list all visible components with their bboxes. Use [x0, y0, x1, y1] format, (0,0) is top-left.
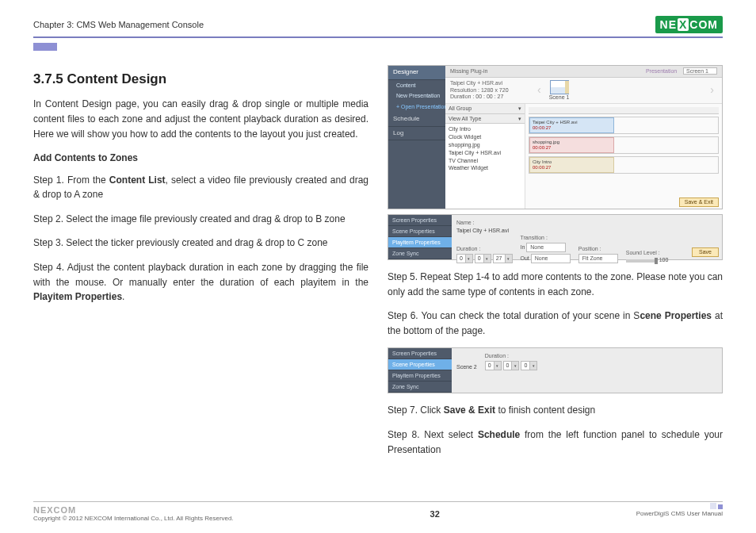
tab-screen-properties[interactable]: Screen Properties	[388, 215, 452, 226]
tab-playitem-properties[interactable]: Playitem Properties	[388, 370, 452, 382]
brand-mid: X	[678, 18, 689, 31]
step-8: Step 8. Next select Schedule from the le…	[388, 428, 723, 457]
duration-second[interactable]: 0▾	[521, 361, 537, 370]
transition-out-select[interactable]: None	[531, 254, 571, 263]
list-item[interactable]: City Intro	[449, 125, 521, 133]
scene-thumbnail[interactable]	[550, 80, 569, 94]
nav-open-presentation[interactable]: + Open Presentation	[388, 102, 445, 113]
transition-in-label: In	[521, 244, 525, 250]
nav-log[interactable]: Log	[388, 127, 445, 141]
content-list[interactable]: City Intro Clock Widget shopping.jpg Tai…	[445, 124, 525, 209]
next-scene-arrow[interactable]: ›	[707, 84, 717, 96]
nav-schedule[interactable]: Schedule	[388, 113, 445, 127]
duration-label: Duration :	[485, 353, 538, 359]
screenshot-scene-properties: Screen Properties Scene Properties Playi…	[388, 347, 723, 393]
list-item[interactable]: Weather Widget	[449, 164, 521, 172]
zone-a-track[interactable]: Taipei City + HSR.avi 00:00:27	[529, 117, 719, 134]
brand-logo: NEXCOM	[655, 16, 723, 33]
brand-pre: NE	[660, 18, 677, 31]
tab-playitem-properties[interactable]: Playitem Properties	[388, 237, 452, 248]
transition-label: Transition :	[521, 235, 571, 241]
sound-value: 100	[659, 257, 669, 263]
screen-select[interactable]: Screen 1	[683, 67, 717, 75]
nav-panel: Designer Content New Presentation + Open…	[388, 66, 445, 209]
tab-zone-sync[interactable]: Zone Sync	[388, 248, 452, 259]
page-number: 32	[430, 509, 440, 519]
duration-minute[interactable]: 0▾	[503, 361, 520, 370]
step-2: Step 2. Select the image file previously…	[33, 212, 368, 227]
section-heading: 3.7.5 Content Design	[33, 71, 368, 87]
duration-label: Duration :	[456, 246, 513, 252]
step-4: Step 4. Adjust the content playback dura…	[33, 260, 368, 305]
subsection-heading: Add Contents to Zones	[33, 152, 368, 163]
list-item[interactable]: Taipei City + HSR.avi	[449, 149, 521, 157]
nav-new-presentation[interactable]: New Presentation	[388, 90, 445, 102]
prev-scene-arrow[interactable]: ‹	[534, 84, 544, 96]
timeline-ruler	[529, 107, 719, 114]
tab-scene-properties[interactable]: Scene Properties	[388, 359, 452, 370]
list-item[interactable]: shopping.jpg	[449, 141, 521, 149]
type-dropdown[interactable]: View All Type▾	[445, 114, 525, 125]
footer-logo: NEXCOM	[33, 505, 234, 515]
manual-title: PowerDigiS CMS User Manual	[636, 510, 723, 517]
clip-image[interactable]: shopping.jpg 00:00:27	[529, 137, 614, 153]
tab-zone-sync[interactable]: Zone Sync	[388, 382, 452, 393]
preview-info: Taipei City + HSR.avi Resolution : 1280 …	[450, 80, 529, 100]
screenshot-content-design: Designer Content New Presentation + Open…	[388, 65, 723, 209]
position-label: Position :	[578, 246, 618, 252]
copyright: Copyright © 2012 NEXCOM International Co…	[33, 515, 234, 522]
list-item[interactable]: TV Channel	[449, 157, 521, 165]
duration-hour[interactable]: 0▾	[456, 254, 473, 263]
brand-post: COM	[689, 18, 718, 31]
save-exit-button[interactable]: Save & Exit	[679, 197, 719, 207]
name-value: Taipei City + HSR.avi	[456, 228, 509, 234]
duration-second[interactable]: 27▾	[493, 254, 513, 263]
step-7: Step 7. Click Save & Exit to finish cont…	[388, 403, 723, 418]
nav-content[interactable]: Content	[388, 80, 445, 91]
clip-video[interactable]: Taipei City + HSR.avi 00:00:27	[529, 117, 614, 133]
zone-c-track[interactable]: City Intro 00:00:27	[529, 156, 719, 174]
sound-slider[interactable]	[626, 259, 658, 263]
group-dropdown[interactable]: All Group▾	[445, 104, 525, 114]
step-5: Step 5. Repeat Step 1-4 to add more cont…	[388, 270, 723, 299]
presentation-tab[interactable]: Presentation	[646, 68, 677, 74]
screenshot-playitem-properties: Screen Properties Scene Properties Playi…	[388, 214, 723, 260]
zone-b-track[interactable]: shopping.jpg 00:00:27	[529, 136, 719, 154]
nav-designer[interactable]: Designer	[388, 66, 445, 80]
step-3: Step 3. Select the ticker previously cre…	[33, 236, 368, 251]
scene-label: Scene 1	[549, 94, 570, 101]
chapter-title: Chapter 3: CMS Web Management Console	[33, 20, 204, 29]
intro-paragraph: In Content Design page, you can easily d…	[33, 97, 368, 143]
missing-plugin-label: Missing Plug-in	[450, 68, 487, 75]
name-label: Name :	[456, 220, 509, 226]
transition-in-select[interactable]: None	[526, 243, 566, 252]
transition-out-label: Out	[521, 255, 529, 261]
tab-scene-properties[interactable]: Scene Properties	[388, 226, 452, 237]
position-select[interactable]: Fit Zone	[578, 254, 618, 263]
step-1: Step 1. From the Content List, select a …	[33, 173, 368, 202]
tab-screen-properties[interactable]: Screen Properties	[388, 348, 452, 359]
scene-name: Scene 2	[456, 364, 477, 370]
duration-hour[interactable]: 0▾	[485, 361, 502, 370]
list-item[interactable]: Clock Widget	[449, 133, 521, 141]
section-marker	[33, 43, 57, 51]
duration-minute[interactable]: 0▾	[475, 254, 491, 263]
save-button[interactable]: Save	[692, 247, 719, 257]
step-6: Step 6. You can check the total duration…	[388, 309, 723, 338]
sound-label: Sound Level :	[626, 250, 669, 256]
clip-ticker[interactable]: City Intro 00:00:27	[529, 157, 614, 173]
